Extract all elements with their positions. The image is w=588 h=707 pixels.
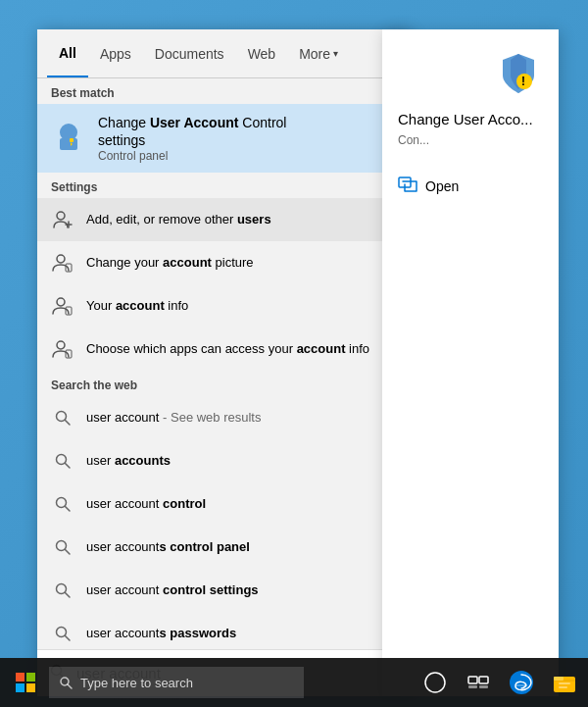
svg-rect-33 [16,683,24,692]
svg-rect-34 [26,683,35,692]
search-icon-4 [51,535,74,559]
svg-line-13 [66,421,71,426]
svg-rect-38 [468,677,477,683]
right-panel-title: Change User Acco... [398,110,533,129]
web-item-3[interactable]: user account control › [37,482,410,526]
taskbar-search-text: Type here to search [80,676,193,690]
tabs-bar: All Apps Documents Web More ▾ 0 [37,29,410,78]
web-item-1[interactable]: user account - See web results › [37,396,410,439]
cortana-icon[interactable] [419,667,451,698]
svg-point-8 [57,298,65,306]
tab-more[interactable]: More ▾ [287,29,350,77]
svg-point-6 [57,255,65,263]
svg-rect-41 [479,685,488,688]
best-match-label: Best match [37,78,410,104]
settings-item-text-2: Change your account picture [86,255,380,272]
right-panel-subtitle: Con... [398,133,429,147]
search-icon-1 [51,406,74,429]
web-item-text-6: user accounts passwords [86,626,380,642]
person-icon-3 [51,294,74,318]
uac-shield-icon [51,121,86,156]
svg-rect-1 [60,138,77,150]
right-panel-app-icon: ! [494,49,543,98]
settings-item-text-3: Your account info [86,298,380,315]
file-explorer-icon[interactable] [549,667,580,698]
task-view-icon[interactable] [463,667,494,698]
search-icon-5 [51,579,74,602]
right-panel: ! Change User Acco... Con... Open [382,29,559,696]
taskbar-icons [419,667,580,698]
svg-rect-2 [70,138,74,142]
search-icon-2 [51,449,74,473]
open-icon [398,175,417,199]
person-icon-4 [51,337,74,361]
web-item-text-5: user account control settings [86,582,380,599]
svg-line-19 [66,550,71,555]
svg-line-23 [66,636,71,641]
web-item-2[interactable]: user accounts › [37,439,410,482]
svg-point-10 [57,341,65,349]
settings-item-add-edit[interactable]: Add, edit, or remove other users › [37,198,410,241]
svg-text:!: ! [521,75,525,88]
svg-line-21 [66,593,71,598]
person-add-icon [51,208,74,231]
svg-rect-44 [554,677,564,681]
tab-apps[interactable]: Apps [88,29,143,77]
start-button[interactable] [8,665,43,700]
web-item-6[interactable]: user accounts passwords › [37,612,410,649]
svg-point-37 [425,673,445,692]
best-match-subtitle: Control panel [98,149,396,163]
open-action[interactable]: Open [398,171,459,203]
svg-rect-46 [559,686,567,688]
svg-rect-32 [26,673,35,682]
taskbar-search-bar[interactable]: Type here to search [49,667,304,698]
web-item-text-1: user account - See web results [86,410,380,427]
settings-item-apps-account[interactable]: Choose which apps can access your accoun… [37,328,410,371]
edge-icon[interactable] [506,667,537,698]
web-item-text-3: user account control [86,496,380,513]
svg-rect-45 [559,682,570,684]
settings-section-label: Settings [37,173,410,198]
best-match-text: Change User Account Control settings Con… [98,114,396,163]
search-icon-6 [51,622,74,645]
results-list: Best match Change User Account Control [37,78,410,649]
person-icon-2 [51,251,74,275]
svg-rect-39 [479,677,488,683]
settings-item-text-4: Choose which apps can access your accoun… [86,341,380,358]
best-match-item[interactable]: Change User Account Control settings Con… [37,104,410,173]
open-label: Open [425,178,459,194]
svg-rect-40 [468,685,477,688]
svg-line-17 [66,507,71,512]
web-item-text-2: user accounts [86,453,380,470]
settings-item-account-info[interactable]: Your account info › [37,284,410,328]
svg-line-15 [66,464,71,469]
svg-line-36 [68,684,72,688]
best-match-title: Change User Account Control settings [98,114,396,149]
tab-documents[interactable]: Documents [143,29,236,77]
taskbar: Type here to search [0,658,588,707]
search-panel: All Apps Documents Web More ▾ 0 Best mat… [37,29,410,696]
web-item-4[interactable]: user accounts control panel › [37,526,410,569]
web-item-5[interactable]: user account control settings › [37,569,410,612]
settings-item-account-picture[interactable]: Change your account picture › [37,241,410,284]
svg-point-3 [57,212,65,220]
settings-item-text-1: Add, edit, or remove other users [86,212,380,228]
svg-rect-31 [16,673,24,682]
desktop: All Apps Documents Web More ▾ 0 Best mat… [0,0,588,707]
chevron-down-icon: ▾ [333,48,338,59]
web-item-text-4: user accounts control panel [86,539,380,556]
search-icon-3 [51,492,74,516]
tab-web[interactable]: Web [236,29,288,77]
web-section-label: Search the web [37,371,410,396]
tab-all[interactable]: All [47,29,88,77]
